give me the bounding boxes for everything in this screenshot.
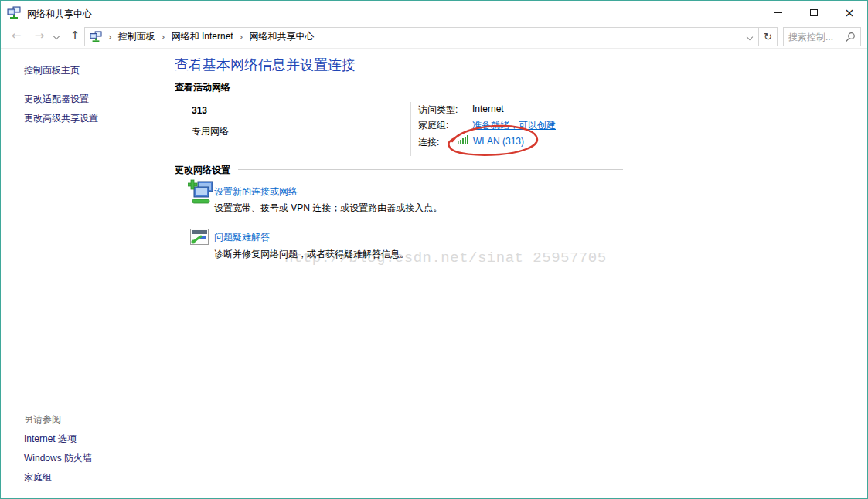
maximize-button[interactable]: [796, 1, 832, 25]
breadcrumb-separator-icon: ›: [162, 32, 165, 42]
section-divider: [238, 169, 623, 170]
up-arrow-icon[interactable]: ↑: [66, 29, 83, 42]
connections-label: 连接:: [418, 136, 439, 149]
troubleshoot-icon[interactable]: [190, 229, 209, 247]
chevron-down-icon: [746, 33, 752, 39]
new-connection-icon[interactable]: [188, 179, 214, 206]
breadcrumb-network-sharing-center[interactable]: 网络和共享中心: [249, 30, 314, 43]
change-network-settings-header: 更改网络设置: [175, 164, 230, 177]
sidebar-item-homegroup[interactable]: 家庭组: [24, 471, 52, 484]
minimize-button[interactable]: [761, 1, 796, 25]
sidebar-item-change-advanced-sharing[interactable]: 更改高级共享设置: [24, 112, 98, 125]
network-type: 专用网络: [192, 125, 229, 138]
see-also-header: 另请参阅: [24, 413, 61, 426]
homegroup-ready-link[interactable]: 准备就绪，可以创建: [472, 119, 556, 132]
forward-arrow-icon[interactable]: →: [31, 29, 48, 42]
title-bar: 网络和共享中心 ×: [1, 1, 867, 25]
page-title: 查看基本网络信息并设置连接: [175, 56, 356, 74]
sidebar-item-internet-options[interactable]: Internet 选项: [24, 433, 77, 446]
app-network-icon: [7, 6, 21, 22]
recent-pages-chevron-icon[interactable]: [53, 33, 60, 39]
troubleshoot-problems-link[interactable]: 问题疑难解答: [214, 231, 270, 244]
navigation-toolbar: ← → ↑ › 控制面板 › 网络和 Internet › 网络和共享中心: [1, 25, 867, 49]
troubleshoot-problems-description: 诊断并修复网络问题，或者获得疑难解答信息。: [214, 248, 409, 261]
close-button[interactable]: ×: [832, 1, 867, 25]
maximize-icon: [810, 9, 818, 16]
address-dropdown-button[interactable]: [740, 28, 758, 46]
sidebar-item-change-adapter-settings[interactable]: 更改适配器设置: [24, 93, 89, 106]
active-networks-section-header: 查看活动网络: [175, 81, 230, 94]
breadcrumb-control-panel[interactable]: 控制面板: [118, 30, 155, 43]
refresh-button[interactable]: ↻: [758, 28, 777, 46]
refresh-icon: ↻: [764, 31, 772, 42]
search-input[interactable]: [788, 32, 844, 42]
network-name: 313: [192, 105, 207, 116]
sidebar-item-control-panel-home[interactable]: 控制面板主页: [24, 64, 80, 77]
setup-new-connection-description: 设置宽带、拨号或 VPN 连接；或设置路由器或接入点。: [214, 202, 442, 215]
address-bar-buttons: ↻: [740, 28, 777, 46]
breadcrumb-network-icon: [90, 31, 102, 42]
wlan-connection-link[interactable]: WLAN (313): [458, 135, 524, 147]
section-divider: [238, 87, 623, 87]
homegroup-label: 家庭组:: [418, 119, 448, 132]
network-sharing-center-window: 网络和共享中心 × ← → ↑ › 控制面板: [0, 0, 868, 499]
breadcrumb-separator-icon: ›: [240, 32, 243, 42]
breadcrumb-separator-icon: ›: [108, 32, 112, 42]
wifi-signal-bars-icon: [458, 135, 470, 147]
sidebar-item-windows-firewall[interactable]: Windows 防火墙: [24, 452, 92, 465]
search-box: [783, 27, 861, 46]
setup-new-connection-link[interactable]: 设置新的连接或网络: [214, 185, 298, 199]
back-arrow-icon[interactable]: ←: [8, 29, 25, 42]
access-type-value: Internet: [472, 104, 504, 114]
vertical-divider: [410, 102, 411, 156]
access-type-label: 访问类型:: [418, 104, 458, 117]
search-icon[interactable]: [845, 32, 856, 45]
window-controls: ×: [761, 1, 867, 25]
address-bar[interactable]: › 控制面板 › 网络和 Internet › 网络和共享中心 ↻: [84, 27, 778, 46]
close-icon: ×: [844, 7, 854, 19]
minimize-icon: [774, 12, 782, 13]
window-title: 网络和共享中心: [27, 8, 92, 21]
wlan-link-label: WLAN (313): [473, 136, 524, 147]
breadcrumb-network-and-internet[interactable]: 网络和 Internet: [172, 30, 233, 43]
